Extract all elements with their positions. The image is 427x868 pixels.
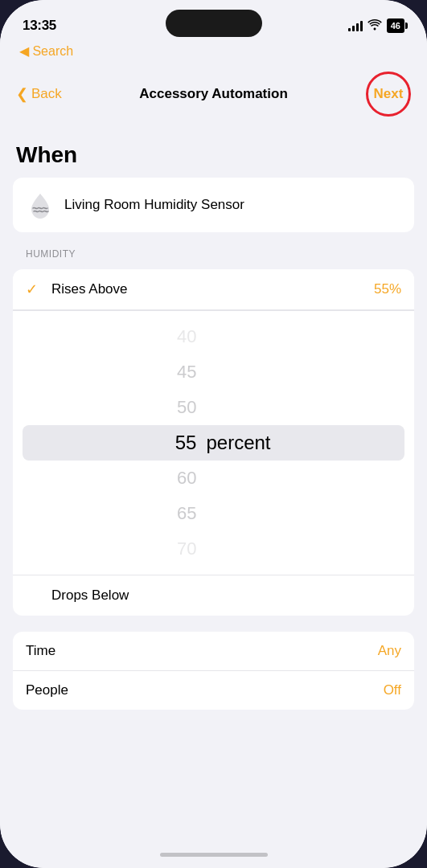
- next-button[interactable]: Next: [366, 72, 411, 117]
- humidity-options-card: ✓ Rises Above 55% 40 45: [13, 269, 414, 616]
- sensor-name: Living Room Humidity Sensor: [64, 197, 244, 213]
- people-value: Off: [384, 682, 401, 698]
- settings-card: Time Any People Off: [13, 632, 414, 710]
- picker-item-55: 55 percent: [13, 425, 414, 461]
- signal-icon: [348, 20, 363, 31]
- when-header: When: [0, 126, 427, 178]
- picker-items: 40 45 50 55 percent: [13, 319, 414, 567]
- picker-item-65: 65: [13, 496, 414, 531]
- value-picker[interactable]: 40 45 50 55 percent: [13, 310, 414, 575]
- wifi-icon: [367, 19, 382, 33]
- home-indicator: [0, 841, 427, 868]
- nav-bar: ❮ Back Accessory Automation Next: [0, 65, 427, 126]
- people-row[interactable]: People Off: [13, 671, 414, 710]
- dynamic-island: [166, 10, 262, 37]
- people-label: People: [26, 682, 68, 698]
- check-icon: ✓: [26, 280, 42, 298]
- sensor-card[interactable]: Living Room Humidity Sensor: [13, 178, 414, 232]
- picker-item-60: 60: [13, 461, 414, 496]
- search-area: ◀ Search: [0, 43, 427, 65]
- back-label[interactable]: Back: [31, 86, 62, 102]
- picker-item-50: 50: [13, 390, 414, 425]
- rises-above-row[interactable]: ✓ Rises Above 55%: [13, 269, 414, 310]
- drops-below-label: Drops Below: [51, 588, 401, 604]
- drops-below-check: ✓: [26, 587, 42, 604]
- search-back[interactable]: ◀ Search: [19, 43, 408, 59]
- main-content: When Living Room Humidity Sensor: [0, 126, 427, 841]
- time-value: Any: [378, 643, 401, 659]
- phone-shell: 13:35 46: [0, 0, 427, 868]
- sensor-row: Living Room Humidity Sensor: [13, 178, 414, 232]
- humidity-sensor-icon: [26, 190, 55, 219]
- drops-below-row[interactable]: ✓ Drops Below: [13, 575, 414, 616]
- back-chevron-icon: ❮: [16, 85, 28, 103]
- status-icons: 46: [348, 18, 404, 33]
- picker-item-45: 45: [13, 354, 414, 390]
- search-back-label[interactable]: ◀ Search: [19, 43, 73, 59]
- picker-item-70: 70: [13, 531, 414, 567]
- status-time: 13:35: [23, 18, 56, 34]
- battery-icon: 46: [387, 18, 404, 33]
- rises-above-value: 55%: [374, 281, 401, 297]
- picker-item-40: 40: [13, 319, 414, 354]
- rises-above-label: Rises Above: [51, 281, 374, 297]
- home-bar: [160, 853, 268, 857]
- screen: 13:35 46: [0, 0, 427, 868]
- humidity-label: HUMIDITY: [13, 248, 414, 264]
- time-row[interactable]: Time Any: [13, 632, 414, 671]
- back-button[interactable]: ❮ Back: [16, 85, 62, 103]
- time-label: Time: [26, 643, 55, 659]
- nav-title: Accessory Automation: [139, 86, 288, 102]
